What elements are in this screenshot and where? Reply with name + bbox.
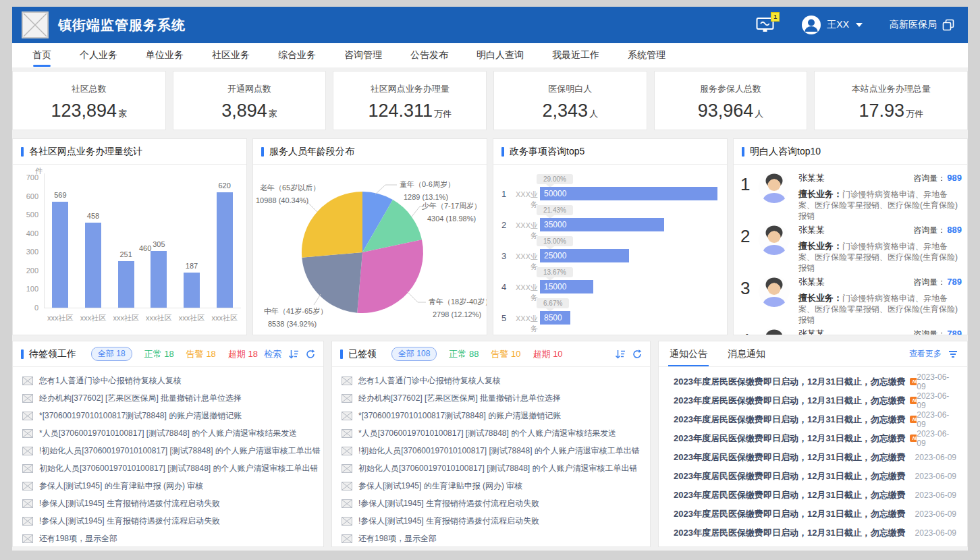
task-item[interactable]: 您有1人普通门诊中心报销待复核人复核 xyxy=(332,372,650,389)
top10-skills: 擅长业务：门诊慢特病资格申请、异地备案、医疗保险零星报销、医疗保险(生育保险)报… xyxy=(798,189,962,221)
nav-item-9[interactable]: 我最近工作 xyxy=(552,43,618,67)
list-filter-icon[interactable] xyxy=(948,350,958,358)
notice-item[interactable]: 2023年度居民医保缴费即日启动，12月31日截止，勿忘缴费NEW2023-06… xyxy=(659,429,967,448)
task-item-text: *[370600197010100817测试78848] 的账户清退撤销记账 xyxy=(39,410,242,422)
task-item[interactable]: !参保人[测试1945] 生育报销待遇拨付流程启动失败 xyxy=(332,512,650,530)
task-item[interactable]: 您有1人普通门诊中心报销待复核人复核 xyxy=(13,372,323,389)
task-item[interactable]: *人员[370600197010100817] [测试78848] 的个人账户清… xyxy=(13,424,323,442)
app-title: 镇街端监管服务系统 xyxy=(58,16,186,34)
nav-item-2[interactable]: 个人业务 xyxy=(80,43,136,67)
windows-switch-icon xyxy=(942,19,954,31)
nav-item-6[interactable]: 咨询管理 xyxy=(344,43,401,67)
screen-monitor-button[interactable]: 1 xyxy=(756,17,774,33)
nav-item-4[interactable]: 社区业务 xyxy=(212,43,269,67)
nav-item-1[interactable]: 首页 xyxy=(32,43,70,67)
notice-item[interactable]: 2023年度居民医保缴费即日启动，12月31日截止，勿忘缴费2023-06-09 xyxy=(659,505,967,524)
notice-item[interactable]: 2023年度居民医保缴费即日启动，12月31日截止，勿忘缴费NEW2023-06… xyxy=(659,391,967,410)
top10-name: 张某某 xyxy=(798,276,825,288)
task-item[interactable]: !参保人[测试1945] 生育报销待遇拨付流程启动失败 xyxy=(13,512,323,530)
placeholder-image-icon xyxy=(342,534,352,543)
pie-chart-panel: 服务人员年龄段分布 童年（0-6周岁）1289 (13.1%)少年（7-17周岁… xyxy=(252,138,487,335)
task-item[interactable]: 经办机构[377602] [艺果区医保局] 批量撤销计息单位选择 xyxy=(13,389,323,407)
sort-icon[interactable] xyxy=(288,349,299,359)
placeholder-image-icon xyxy=(22,394,33,403)
refresh-icon[interactable] xyxy=(632,349,642,359)
signed-panel: 已签领 全部 108正常 88告警 10超期 10 xyxy=(331,341,651,547)
notice-item[interactable]: 2023年度居民医保缴费即日启动，12月31日截止，勿忘缴费2023-06-09 xyxy=(659,448,967,467)
top5-rank: 1 xyxy=(501,189,506,199)
nav-item-5[interactable]: 综合业务 xyxy=(278,43,335,67)
placeholder-image-icon xyxy=(342,499,352,508)
top10-row[interactable]: 3 张某某咨询量：789擅长业务：门诊慢特病资格申请、异地备案、医疗保险零星报销… xyxy=(734,273,967,325)
task-item[interactable]: !初始化人员[370600197010100817] [测试78848] 的个人… xyxy=(13,442,323,459)
search-link[interactable]: 检索 xyxy=(264,348,281,360)
task-item[interactable]: 还有198项，显示全部 xyxy=(332,530,650,547)
stat-number: 17.93 xyxy=(859,101,904,121)
notice-date: 2023-06-09 xyxy=(917,372,956,391)
task-item[interactable]: *[370600197010100817测试78848] 的账户清退撤销记账 xyxy=(332,407,650,424)
task-item-text: !参保人[测试1945] 生育报销待遇拨付流程启动失败 xyxy=(39,498,220,509)
top5-bar: 50000 xyxy=(540,187,717,200)
org-name: 高新医保局 xyxy=(890,19,937,31)
placeholder-image-icon xyxy=(342,394,352,403)
notice-item[interactable]: 2023年度居民医保缴费即日启动，12月31日截止，勿忘缴费NEW2023-06… xyxy=(659,372,967,391)
new-badge: NEW xyxy=(910,416,917,423)
stat-card-3: 社区网点业务办理量124.311万件 xyxy=(333,71,487,130)
top5-chart: 29.00%1XXX业务5000021.43%2XXX业务3500015.00%… xyxy=(493,165,727,335)
notice-item[interactable]: 2023年度居民医保缴费即日启动，12月31日截止，勿忘缴费2023-06-09 xyxy=(659,486,967,505)
sort-icon[interactable] xyxy=(615,349,626,359)
task-item[interactable]: !参保人[测试1945] 生育报销待遇拨付流程启动失败 xyxy=(332,495,650,512)
task-item[interactable]: 参保人[测试1945] 的生育津贴申报 (网办) 审核 xyxy=(332,477,650,495)
filter-overdue[interactable]: 超期 18 xyxy=(228,348,258,360)
task-item-text: 初始化人员[370600197010100817] [测试78848] 的个人账… xyxy=(358,463,638,474)
filter-all[interactable]: 全部 18 xyxy=(91,347,132,361)
filter-all[interactable]: 全部 108 xyxy=(391,347,437,361)
bar xyxy=(151,251,167,308)
filter-warning[interactable]: 告警 10 xyxy=(491,348,520,360)
filter-normal[interactable]: 正常 88 xyxy=(449,348,479,360)
filter-warning[interactable]: 告警 18 xyxy=(186,348,216,360)
task-item[interactable]: 经办机构[377602] [艺果区医保局] 批量撤销计息单位选择 xyxy=(332,389,650,407)
task-item-icon-wrap xyxy=(22,447,33,455)
task-item[interactable]: !参保人[测试1945] 生育报销待遇拨付流程启动失败 xyxy=(13,495,323,512)
stat-label: 本站点业务办理总量 xyxy=(815,83,967,95)
task-item-text: 经办机构[377602] [艺果区医保局] 批量撤销计息单位选择 xyxy=(39,393,242,404)
stat-label: 医保明白人 xyxy=(494,83,647,95)
nav-item-label: 公告发布 xyxy=(410,44,448,67)
task-item[interactable]: 初始化人员[370600197010100817] [测试78848] 的个人账… xyxy=(332,459,650,477)
notice-item[interactable]: 2023年度居民医保缴费即日启动，12月31日截止，勿忘缴费2023-06-09 xyxy=(659,467,967,486)
user-menu[interactable]: 王XX xyxy=(801,15,863,35)
placeholder-image-icon xyxy=(22,534,33,543)
task-item[interactable]: *人员[370600197010100817] [测试78848] 的个人账户清… xyxy=(332,424,650,442)
placeholder-image-icon xyxy=(342,482,352,491)
refresh-icon[interactable] xyxy=(306,349,315,359)
filter-overdue[interactable]: 超期 10 xyxy=(533,348,563,360)
task-item[interactable]: 参保人[测试1945] 的生育津贴申报 (网办) 审核 xyxy=(13,477,323,495)
view-more-link[interactable]: 查看更多 xyxy=(909,348,942,360)
nav-item-8[interactable]: 明白人查询 xyxy=(477,43,543,67)
filter-normal[interactable]: 正常 18 xyxy=(144,348,174,360)
notice-item[interactable]: 2023年度居民医保缴费即日启动，12月31日截止，勿忘缴费2023-06-09 xyxy=(659,524,967,542)
top5-bar: 8500 xyxy=(540,311,570,325)
tab-notice-announcements[interactable]: 通知公告 xyxy=(668,342,709,366)
stat-card-2: 开通网点数3,894家 xyxy=(173,71,327,130)
tab-message-notifications[interactable]: 消息通知 xyxy=(726,342,767,366)
nav-item-7[interactable]: 公告发布 xyxy=(410,43,467,67)
task-item[interactable]: 初始化人员[370600197010100817] [测试78848] 的个人账… xyxy=(13,459,323,477)
top10-avatar xyxy=(758,171,790,204)
skills-label: 擅长业务： xyxy=(798,293,842,303)
top10-row[interactable]: 4 张某某咨询量：789擅长业务：门诊慢特病资格申请、异地备案、医疗保险零星报销… xyxy=(734,325,967,335)
task-item[interactable]: !初始化人员[370600197010100817] [测试78848] 的个人… xyxy=(332,442,650,459)
org-switcher[interactable]: 高新医保局 xyxy=(890,19,954,31)
top10-row[interactable]: 2 张某某咨询量：889擅长业务：门诊慢特病资格申请、异地备案、医疗保险零星报销… xyxy=(734,221,967,273)
top10-rank: 2 xyxy=(740,226,750,247)
nav-item-10[interactable]: 系统管理 xyxy=(628,43,684,67)
notice-item[interactable]: 2023年度居民医保缴费即日启动，12月31日截止，勿忘缴费NEW2023-06… xyxy=(659,410,967,429)
nav-item-3[interactable]: 单位业务 xyxy=(146,43,202,67)
task-item[interactable]: 还有198项，显示全部 xyxy=(13,530,323,547)
top10-row[interactable]: 1 张某某咨询量：989擅长业务：门诊慢特病资格申请、异地备案、医疗保险零星报销… xyxy=(734,169,967,221)
volume-label: 咨询量： xyxy=(913,277,946,287)
notice-date: 2023-06-09 xyxy=(915,453,956,462)
task-item[interactable]: *[370600197010100817测试78848] 的账户清退撤销记账 xyxy=(13,407,323,424)
charts-row: 各社区网点业务办理量统计 件0100200300400500600700569x… xyxy=(12,138,968,335)
